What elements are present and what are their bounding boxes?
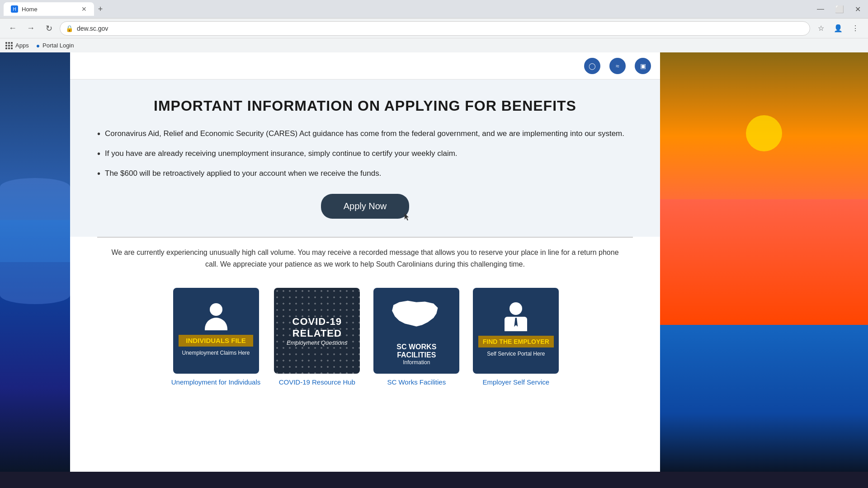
info-list: Coronavirus Aid, Relief and Economic Sec… (97, 128, 633, 180)
browser-toolbar: ← → ↻ 🔒 dew.sc.gov ☆ 👤 ⋮ (0, 18, 868, 38)
bullet-text-2: If you have are already receiving unempl… (105, 148, 458, 160)
toolbar-right: ☆ 👤 ⋮ (814, 21, 863, 36)
covid-text-container: COVID-19 RELATED Employment Questions (278, 316, 355, 346)
maximize-button[interactable]: ⬜ (831, 3, 848, 15)
info-bullet-2: If you have are already receiving unempl… (97, 148, 633, 160)
cards-section: INDIVIDUALS FILE Unemployment Claims Her… (70, 279, 660, 404)
employer-title-bar: FIND THE EMPLOYER (478, 336, 554, 347)
sc-works-text: SC WORKS FACILITIES Information (378, 343, 455, 366)
new-tab-button[interactable]: + (94, 3, 107, 15)
reload-button[interactable]: ↻ (42, 21, 56, 36)
employer-card[interactable]: FIND THE EMPLOYER Self Service Portal He… (473, 288, 559, 386)
individuals-title-line1: INDIVIDUALS FILE (186, 337, 246, 344)
portal-icon: ● (36, 42, 40, 49)
sc-works-title: SC WORKS FACILITIES (378, 343, 455, 359)
covid-card-image: COVID-19 RELATED Employment Questions (274, 288, 360, 374)
address-bar[interactable]: 🔒 dew.sc.gov (60, 21, 810, 36)
covid-subtitle: Employment Questions (278, 339, 355, 346)
profile-button[interactable]: 👤 (831, 21, 845, 36)
covid-title: COVID-19 RELATED (278, 316, 355, 339)
employer-tie-icon (514, 318, 518, 327)
apps-bookmark[interactable]: Apps (5, 42, 29, 49)
right-background (660, 52, 868, 472)
portal-label: Portal Login (42, 42, 74, 49)
left-background (0, 52, 70, 472)
tab-close-button[interactable]: ✕ (81, 5, 87, 13)
close-button[interactable]: ✕ (851, 3, 864, 15)
individuals-subtitle-bar: Unemployment Claims Here (178, 347, 253, 358)
menu-button[interactable]: ⋮ (848, 21, 863, 36)
apps-grid-icon (5, 42, 13, 49)
apply-now-button[interactable]: Apply Now (321, 194, 410, 219)
employer-card-image: FIND THE EMPLOYER Self Service Portal He… (473, 288, 559, 374)
tab-favicon: H (11, 5, 18, 13)
forward-button[interactable]: → (24, 21, 38, 36)
browser-chrome: H Home ✕ + — ⬜ ✕ ← → ↻ 🔒 dew.sc.gov ☆ 👤 … (0, 0, 868, 52)
bullet-text-1: Coronavirus Aid, Relief and Economic Sec… (105, 128, 624, 140)
important-info-title: IMPORTANT INFORMATION ON APPLYING FOR BE… (97, 98, 633, 114)
nav-icon-1[interactable]: ◯ (584, 58, 600, 74)
individuals-card-image: INDIVIDUALS FILE Unemployment Claims Her… (173, 288, 259, 374)
bullet-text-3: The $600 will be retroactively applied t… (105, 168, 381, 179)
important-info-section: IMPORTANT INFORMATION ON APPLYING FOR BE… (70, 80, 660, 237)
page-wrapper: ◯ ≈ ▣ IMPORTANT INFORMATION ON APPLYING … (0, 52, 868, 472)
employer-person-icon (505, 302, 527, 331)
lock-icon: 🔒 (66, 25, 73, 32)
sc-works-subtitle: Information (378, 359, 455, 366)
sc-works-card-label: SC Works Facilities (387, 378, 446, 386)
person-head-icon (210, 303, 222, 316)
main-content: ◯ ≈ ▣ IMPORTANT INFORMATION ON APPLYING … (70, 52, 660, 472)
nav-icon-2[interactable]: ≈ (609, 58, 626, 74)
title-bar: H Home ✕ + — ⬜ ✕ (0, 0, 868, 18)
top-nav: ◯ ≈ ▣ (70, 52, 660, 80)
individuals-card-label: Unemployment for Individuals (171, 378, 261, 386)
notice-section: We are currently experiencing unusually … (70, 238, 660, 279)
notice-text: We are currently experiencing unusually … (106, 247, 624, 270)
individuals-card[interactable]: INDIVIDUALS FILE Unemployment Claims Her… (171, 288, 261, 386)
apps-label: Apps (15, 42, 29, 49)
tab-title: Home (22, 6, 38, 13)
person-body-icon (205, 318, 227, 330)
employer-head-icon (509, 302, 522, 315)
sc-state-icon (387, 296, 446, 339)
url-text: dew.sc.gov (77, 25, 108, 32)
bookmark-button[interactable]: ☆ (814, 21, 828, 36)
employer-title-line2: Self Service Portal Here (487, 351, 545, 357)
employer-card-label: Employer Self Service (483, 378, 550, 386)
individuals-title-line2: Unemployment Claims Here (182, 350, 250, 356)
window-controls: — ⬜ ✕ (813, 3, 864, 15)
employer-title-line1: FIND THE EMPLOYER (483, 338, 549, 345)
info-bullet-1: Coronavirus Aid, Relief and Economic Sec… (97, 128, 633, 141)
back-button[interactable]: ← (5, 21, 20, 36)
sc-works-card-image: SC WORKS FACILITIES Information (373, 288, 459, 374)
portal-login-bookmark[interactable]: ● Portal Login (36, 42, 74, 49)
info-bullet-3: The $600 will be retroactively applied t… (97, 168, 633, 180)
sun-decoration (746, 115, 782, 151)
employer-subtitle-bar: Self Service Portal Here (483, 347, 548, 359)
covid-card[interactable]: COVID-19 RELATED Employment Questions CO… (274, 288, 360, 386)
sc-works-card[interactable]: SC WORKS FACILITIES Information SC Works… (373, 288, 459, 386)
nav-icon-3[interactable]: ▣ (635, 58, 651, 74)
minimize-button[interactable]: — (813, 3, 828, 15)
employer-body-icon (505, 317, 527, 331)
individuals-title-bar: INDIVIDUALS FILE (179, 335, 253, 347)
bookmarks-bar: Apps ● Portal Login (0, 38, 868, 52)
covid-card-label: COVID-19 Resource Hub (279, 378, 355, 386)
browser-tab[interactable]: H Home ✕ (4, 2, 94, 16)
